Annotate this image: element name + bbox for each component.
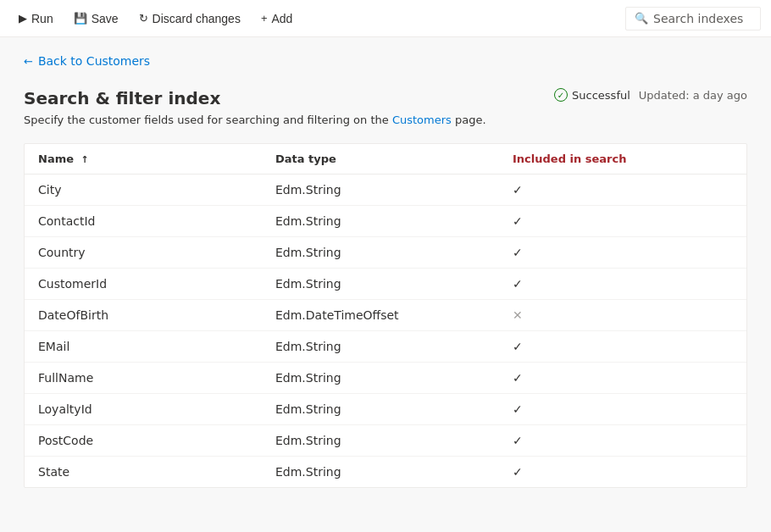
table-row[interactable]: CountryEdm.String✓ [25,237,746,269]
cell-included: ✓ [499,175,746,206]
check-icon: ✓ [513,340,523,353]
discard-button[interactable]: ↻ Discard changes [130,7,249,30]
table-header-row: Name ↑ Data type Included in search [25,144,746,175]
table-row[interactable]: FullNameEdm.String✓ [25,363,746,394]
cell-included: ✓ [499,457,746,488]
cell-name: DateOfBirth [25,300,262,331]
cell-type: Edm.String [262,363,499,394]
cell-type: Edm.String [262,269,499,300]
index-table: Name ↑ Data type Included in search City… [24,143,747,488]
cell-name: CustomerId [25,269,262,300]
x-icon: ✕ [513,308,523,322]
check-icon: ✓ [513,402,523,416]
table-row[interactable]: ContactIdEdm.String✓ [25,206,746,237]
cell-included: ✓ [499,237,746,269]
check-icon: ✓ [513,246,523,259]
check-icon: ✓ [513,277,523,291]
cell-name: LoyaltyId [25,394,262,425]
check-icon: ✓ [513,214,523,228]
check-icon: ✓ [513,183,523,197]
table-row[interactable]: DateOfBirthEdm.DateTimeOffset✕ [25,300,746,331]
cell-type: Edm.String [262,394,499,425]
cell-name: EMail [25,331,262,363]
status-success: ✓ Successful [554,88,630,102]
add-icon: + [261,12,268,25]
cell-name: ContactId [25,206,262,237]
col-header-name[interactable]: Name ↑ [25,144,262,175]
search-icon: 🔍 [635,12,648,25]
check-icon: ✓ [513,465,523,479]
cell-included: ✓ [499,363,746,394]
cell-type: Edm.String [262,237,499,269]
cell-included: ✓ [499,425,746,457]
table-row[interactable]: EMailEdm.String✓ [25,331,746,363]
check-icon: ✓ [513,434,523,447]
updated-text: Updated: a day ago [639,89,747,102]
run-icon: ▶ [19,12,27,25]
save-icon: 💾 [74,12,87,25]
cell-type: Edm.String [262,425,499,457]
table-row[interactable]: CustomerIdEdm.String✓ [25,269,746,300]
back-arrow-icon: ← [24,55,33,68]
cell-name: State [25,457,262,488]
toolbar-actions: ▶ Run 💾 Save ↻ Discard changes + Add [10,7,301,30]
cell-type: Edm.String [262,175,499,206]
sort-indicator: ↑ [81,154,89,165]
table-row[interactable]: CityEdm.String✓ [25,175,746,206]
col-header-type[interactable]: Data type [262,144,499,175]
table-row[interactable]: StateEdm.String✓ [25,457,746,488]
page-header: Search & filter index Specify the custom… [24,88,486,126]
toolbar: ▶ Run 💾 Save ↻ Discard changes + Add 🔍 S… [0,0,771,37]
save-button[interactable]: 💾 Save [65,7,127,30]
cell-name: Country [25,237,262,269]
add-button[interactable]: + Add [252,7,302,30]
success-icon: ✓ [554,88,568,102]
customers-link[interactable]: Customers [392,114,452,126]
back-link[interactable]: ← Back to Customers [24,54,150,68]
cell-included: ✓ [499,269,746,300]
discard-icon: ↻ [139,12,148,25]
main-content: ← Back to Customers Search & filter inde… [0,37,771,505]
page-title: Search & filter index [24,88,486,108]
search-box[interactable]: 🔍 Search indexes [625,7,761,30]
run-button[interactable]: ▶ Run [10,7,62,30]
cell-included: ✓ [499,394,746,425]
col-header-included[interactable]: Included in search [499,144,746,175]
cell-included: ✓ [499,331,746,363]
status-bar: ✓ Successful Updated: a day ago [554,88,747,102]
table-row[interactable]: PostCodeEdm.String✓ [25,425,746,457]
cell-type: Edm.String [262,206,499,237]
table-row[interactable]: LoyaltyIdEdm.String✓ [25,394,746,425]
cell-included: ✓ [499,206,746,237]
cell-type: Edm.String [262,457,499,488]
cell-name: FullName [25,363,262,394]
cell-name: City [25,175,262,206]
page-subtitle: Specify the customer fields used for sea… [24,114,486,126]
cell-name: PostCode [25,425,262,457]
cell-type: Edm.String [262,331,499,363]
cell-type: Edm.DateTimeOffset [262,300,499,331]
cell-included: ✕ [499,300,746,331]
check-icon: ✓ [513,371,523,385]
